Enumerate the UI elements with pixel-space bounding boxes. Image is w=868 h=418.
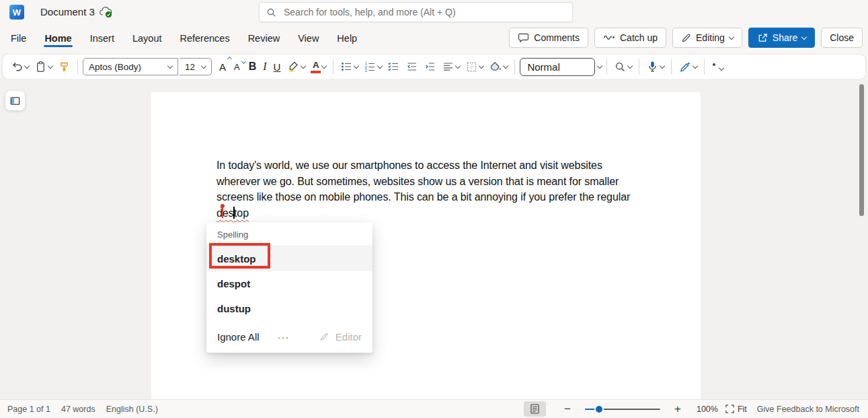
tab-references[interactable]: References bbox=[179, 28, 230, 49]
chevron-down-icon bbox=[455, 63, 461, 68]
editing-mode-button[interactable]: Editing bbox=[672, 28, 742, 48]
chevron-down-icon bbox=[693, 63, 698, 68]
suggestion-despot[interactable]: despot bbox=[206, 271, 372, 296]
borders-button[interactable] bbox=[463, 59, 485, 75]
catch-up-icon bbox=[603, 34, 615, 42]
search-icon bbox=[266, 7, 276, 18]
checklist-button[interactable] bbox=[385, 59, 402, 74]
font-name-select[interactable]: Aptos (Body) bbox=[83, 58, 178, 75]
ribbon-divider bbox=[704, 59, 705, 74]
word-count[interactable]: 47 words bbox=[61, 405, 95, 414]
font-size-select[interactable]: 12 bbox=[180, 58, 212, 75]
spelling-context-menu: Spelling desktop despot dustup Ignore Al… bbox=[206, 222, 372, 353]
format-painter-button[interactable] bbox=[56, 59, 73, 75]
page-count[interactable]: Page 1 of 1 bbox=[7, 405, 50, 414]
bold-button[interactable]: B bbox=[246, 60, 260, 73]
chevron-down-icon bbox=[503, 63, 508, 68]
font-color-button[interactable]: A bbox=[309, 59, 328, 75]
chevron-down-icon bbox=[24, 63, 30, 68]
grow-font-caret-icon bbox=[227, 56, 232, 61]
suggestion-desktop[interactable]: desktop bbox=[206, 246, 372, 271]
ignore-all-button[interactable]: Ignore All bbox=[217, 331, 260, 343]
undo-button[interactable] bbox=[9, 59, 31, 74]
more-ribbon-options-button[interactable] bbox=[709, 62, 725, 71]
text-line: In today's world, we use our smartphones… bbox=[216, 158, 630, 174]
misspelled-word[interactable]: destop bbox=[216, 207, 249, 219]
word-app-icon[interactable]: W bbox=[9, 5, 24, 20]
underline-button[interactable]: U bbox=[271, 61, 284, 73]
styles-chevron-icon[interactable] bbox=[597, 63, 602, 68]
menu-right-buttons: Comments Catch up Editing Share Close bbox=[509, 28, 863, 48]
search-bar[interactable] bbox=[259, 2, 573, 22]
title-bar: W Document 3 bbox=[0, 0, 868, 24]
text-highlight-button[interactable] bbox=[284, 59, 307, 75]
ribbon-divider bbox=[639, 59, 639, 74]
ribbon-divider bbox=[514, 59, 515, 74]
page-view-button[interactable] bbox=[524, 401, 546, 417]
feedback-link[interactable]: Give Feedback to Microsoft bbox=[757, 405, 859, 414]
editor-pen-icon bbox=[319, 331, 330, 342]
status-right: − + 100% Fit Give Feedback to Microsoft bbox=[524, 401, 868, 417]
zoom-slider[interactable] bbox=[585, 405, 660, 414]
text-line: screens like those on mobile phones. Thi… bbox=[216, 189, 630, 205]
share-button[interactable]: Share bbox=[748, 28, 815, 48]
open-editor-button[interactable]: Editor bbox=[319, 331, 362, 343]
tab-home[interactable]: Home bbox=[44, 28, 72, 49]
vertical-scrollbar[interactable] bbox=[859, 84, 864, 216]
more-options-button[interactable]: ··· bbox=[278, 331, 290, 343]
increase-indent-button[interactable] bbox=[422, 59, 438, 74]
share-icon bbox=[757, 33, 768, 43]
ribbon-divider bbox=[77, 59, 78, 74]
page-view-icon bbox=[530, 404, 539, 414]
zoom-slider-thumb[interactable] bbox=[594, 405, 604, 414]
tab-help[interactable]: Help bbox=[336, 28, 358, 49]
zoom-level[interactable]: 100% bbox=[697, 405, 718, 414]
tab-view[interactable]: View bbox=[297, 28, 319, 49]
font-color-icon: A bbox=[311, 61, 321, 73]
menu-bar: File Home Insert Layout References Revie… bbox=[0, 24, 868, 52]
zoom-out-button[interactable]: − bbox=[564, 403, 571, 416]
paste-button[interactable] bbox=[32, 59, 54, 75]
chevron-down-icon bbox=[201, 63, 206, 68]
italic-button[interactable]: I bbox=[260, 60, 269, 73]
shading-button[interactable] bbox=[487, 59, 510, 75]
shrink-font-button[interactable]: A bbox=[232, 61, 245, 73]
align-button[interactable] bbox=[440, 59, 462, 74]
ribbon-tabs: File Home Insert Layout References Revie… bbox=[10, 24, 358, 52]
zoom-in-button[interactable]: + bbox=[674, 403, 681, 416]
chevron-down-icon bbox=[479, 63, 484, 68]
close-button[interactable]: Close bbox=[821, 28, 863, 48]
numbering-button[interactable]: 123 bbox=[362, 59, 384, 74]
document-title[interactable]: Document 3 bbox=[40, 6, 95, 18]
tab-layout[interactable]: Layout bbox=[132, 28, 163, 49]
document-canvas: In today's world, we use our smartphones… bbox=[0, 79, 868, 399]
tab-insert[interactable]: Insert bbox=[89, 28, 115, 49]
tab-review[interactable]: Review bbox=[247, 28, 281, 49]
bullets-button[interactable] bbox=[338, 59, 360, 74]
catch-up-button[interactable]: Catch up bbox=[594, 28, 666, 48]
cloud-saved-icon[interactable] bbox=[99, 5, 114, 19]
find-button[interactable] bbox=[612, 59, 634, 75]
grow-font-button[interactable]: A bbox=[217, 60, 231, 74]
sidebar-pane-icon bbox=[9, 96, 21, 106]
editor-button[interactable] bbox=[676, 59, 699, 75]
text-line: wherever we go. But sometimes, websites … bbox=[216, 174, 630, 190]
suggestion-dustup[interactable]: dustup bbox=[206, 296, 372, 321]
overflow-dot-icon bbox=[713, 63, 715, 66]
ribbon-divider bbox=[333, 59, 333, 74]
navigation-pane-toggle-button[interactable] bbox=[5, 91, 25, 110]
fit-button[interactable]: Fit bbox=[725, 405, 747, 414]
paragraph-text[interactable]: In today's world, we use our smartphones… bbox=[216, 158, 630, 221]
ribbon-divider bbox=[671, 59, 672, 74]
chevron-down-icon bbox=[801, 34, 807, 39]
comments-button[interactable]: Comments bbox=[509, 28, 588, 48]
tab-file[interactable]: File bbox=[10, 28, 27, 49]
styles-select[interactable]: Normal bbox=[520, 58, 595, 76]
search-input[interactable] bbox=[282, 6, 565, 18]
spelling-marker-icon bbox=[222, 207, 223, 218]
chevron-down-icon bbox=[377, 63, 383, 68]
decrease-indent-button[interactable] bbox=[403, 59, 420, 74]
dictate-button[interactable] bbox=[644, 59, 666, 75]
language-indicator[interactable]: English (U.S.) bbox=[106, 405, 158, 414]
chevron-down-icon bbox=[660, 63, 665, 68]
